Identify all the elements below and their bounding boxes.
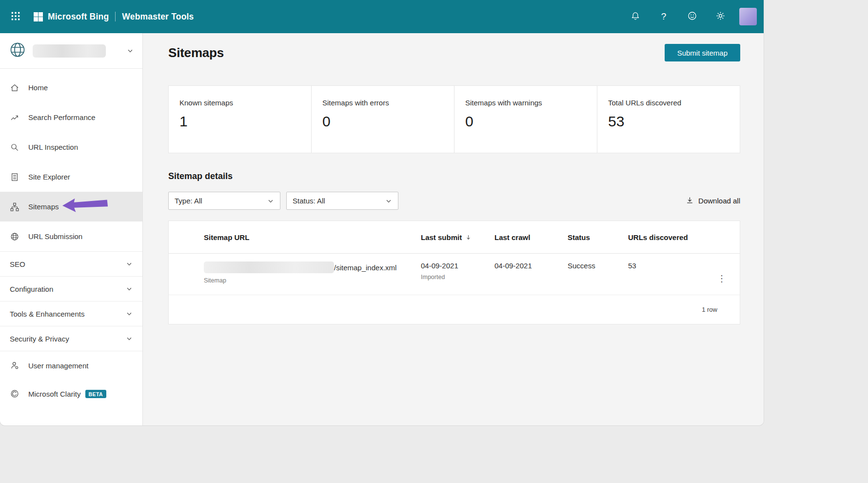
bell-icon [631, 11, 640, 22]
sidebar-item-label: Microsoft Clarity [28, 390, 81, 398]
microsoft-logo-icon [34, 12, 43, 21]
smiley-icon [687, 11, 697, 22]
last-submit-note: Imported [421, 274, 494, 281]
filters-row: Type: All Status: All Do [168, 192, 740, 210]
download-all-button[interactable]: Download all [686, 196, 740, 206]
help-button[interactable]: ? [657, 10, 670, 23]
sidebar-item-tools-enhancements[interactable]: Tools & Enhancements [0, 301, 142, 326]
section-heading: Sitemap details [168, 171, 740, 181]
waffle-icon [11, 11, 20, 22]
beta-badge: BETA [85, 390, 106, 398]
sidebar-item-site-explorer[interactable]: Site Explorer [0, 162, 142, 192]
sidebar-item-configuration[interactable]: Configuration [0, 276, 142, 301]
chevron-down-icon [267, 198, 274, 204]
sitemap-type: Sitemap [204, 277, 421, 284]
sitemap-url: /sitemap_index.xml [334, 263, 396, 272]
gear-icon [715, 11, 726, 22]
page-header: Sitemaps Submit sitemap [168, 44, 740, 61]
avatar[interactable] [739, 8, 757, 25]
sitemap-url-cell: /sitemap_index.xml Sitemap [169, 254, 421, 295]
table-header-row: Sitemap URL Last submit Last crawl Statu [169, 221, 740, 254]
site-selector[interactable] [0, 33, 142, 69]
last-submit-date: 04-09-2021 [421, 262, 494, 270]
page-title: Sitemaps [168, 45, 224, 60]
status-value: Success [568, 254, 628, 295]
sitemaps-table: Sitemap URL Last submit Last crawl Statu [168, 221, 740, 324]
status-filter-dropdown[interactable]: Status: All [286, 192, 398, 210]
sidebar-item-seo[interactable]: SEO [0, 251, 142, 276]
stat-label: Total URLs discovered [608, 99, 740, 107]
main-content: Sitemaps Submit sitemap Known sitemaps 1… [143, 33, 764, 425]
sidebar-item-user-management[interactable]: User management [0, 351, 142, 380]
app-launcher-button[interactable] [9, 10, 22, 23]
topbar: Microsoft Bing Webmaster Tools ? [0, 0, 764, 33]
column-header-label: Status [568, 233, 590, 242]
brand-title: Microsoft Bing [48, 12, 109, 22]
sidebar-item-home[interactable]: Home [0, 73, 142, 102]
stat-sitemaps-errors: Sitemaps with errors 0 [311, 86, 454, 153]
stat-value: 0 [465, 113, 597, 130]
sidebar-group-label: SEO [10, 260, 25, 268]
sidebar-item-label: Site Explorer [28, 173, 70, 181]
user-settings-icon [10, 361, 20, 370]
sidebar: Home Search Performance URL Inspection [0, 33, 143, 425]
feedback-button[interactable] [686, 10, 698, 23]
urls-discovered-value: 53 [628, 254, 710, 295]
column-header-label: URLs discovered [628, 233, 688, 242]
column-header-label: Sitemap URL [204, 233, 249, 242]
type-filter-dropdown[interactable]: Type: All [168, 192, 280, 210]
sidebar-item-label: Search Performance [28, 113, 96, 121]
download-icon [686, 196, 694, 206]
search-icon [10, 142, 20, 152]
sidebar-item-label: Sitemaps [28, 202, 59, 211]
stat-value: 1 [179, 113, 311, 130]
sitemap-url-redacted [204, 262, 334, 273]
help-icon: ? [661, 11, 667, 22]
last-submit-cell: 04-09-2021 Imported [421, 254, 494, 295]
submit-sitemap-button[interactable]: Submit sitemap [665, 44, 740, 61]
sidebar-item-label: User management [28, 362, 88, 370]
column-header-sitemap-url[interactable]: Sitemap URL [169, 221, 421, 253]
sidebar-item-microsoft-clarity[interactable]: Microsoft Clarity BETA [0, 380, 142, 408]
column-header-actions [710, 221, 740, 253]
settings-button[interactable] [714, 10, 727, 23]
document-icon [10, 172, 20, 182]
notifications-button[interactable] [629, 10, 642, 23]
column-header-last-submit[interactable]: Last submit [421, 221, 494, 253]
stat-known-sitemaps: Known sitemaps 1 [169, 86, 311, 153]
sidebar-nav: Home Search Performance URL Inspection [0, 69, 142, 408]
sidebar-group-label: Tools & Enhancements [10, 310, 84, 318]
column-header-urls-discovered[interactable]: URLs discovered [628, 221, 710, 253]
sidebar-item-label: URL Submission [28, 232, 82, 241]
stat-label: Sitemaps with errors [322, 99, 454, 107]
sidebar-item-sitemaps[interactable]: Sitemaps [0, 192, 142, 221]
topbar-divider [115, 12, 116, 21]
sidebar-item-label: Home [28, 83, 48, 92]
sidebar-item-url-inspection[interactable]: URL Inspection [0, 132, 142, 162]
column-header-status[interactable]: Status [568, 221, 628, 253]
last-crawl-date: 04-09-2021 [494, 254, 568, 295]
sidebar-item-url-submission[interactable]: URL Submission [0, 221, 142, 251]
stat-label: Sitemaps with warnings [465, 99, 597, 107]
trend-up-icon [10, 113, 20, 122]
column-header-label: Last crawl [494, 233, 530, 242]
row-actions-cell: ⋮ [710, 254, 740, 295]
sidebar-item-search-performance[interactable]: Search Performance [0, 102, 142, 132]
sidebar-group-label: Configuration [10, 285, 53, 293]
row-menu-button[interactable]: ⋮ [714, 262, 729, 295]
sidebar-item-security-privacy[interactable]: Security & Privacy [0, 326, 142, 351]
row-count: 1 row [702, 306, 717, 313]
stats-card: Known sitemaps 1 Sitemaps with errors 0 … [168, 85, 740, 153]
sidebar-group-label: Security & Privacy [10, 335, 69, 343]
status-filter-label: Status: All [293, 197, 325, 205]
table-footer: 1 row [169, 295, 740, 324]
topbar-actions: ? [629, 8, 757, 25]
column-header-last-crawl[interactable]: Last crawl [494, 221, 568, 253]
download-all-label: Download all [698, 197, 740, 205]
stat-value: 0 [322, 113, 454, 130]
table-row[interactable]: /sitemap_index.xml Sitemap 04-09-2021 Im… [169, 254, 740, 295]
chevron-down-icon [127, 47, 134, 54]
stat-value: 53 [608, 113, 740, 130]
type-filter-label: Type: All [175, 197, 202, 205]
chevron-down-icon [126, 261, 133, 267]
